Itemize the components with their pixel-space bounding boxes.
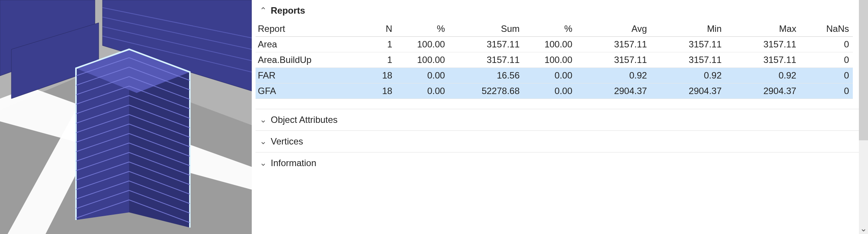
cell-avg: 0.92 — [576, 68, 651, 83]
col-report[interactable]: Report — [256, 21, 357, 37]
cell-report: FAR — [256, 68, 357, 83]
section-header-vertices[interactable]: ⌄ Vertices — [256, 131, 868, 152]
col-min[interactable]: Min — [651, 21, 726, 37]
cell-max: 3157.11 — [726, 52, 800, 68]
section-information: ⌄ Information — [256, 152, 868, 174]
col-sum[interactable]: Sum — [449, 21, 524, 37]
cell-min: 3157.11 — [651, 52, 726, 68]
selected-building — [76, 49, 190, 228]
col-pct2[interactable]: % — [524, 21, 576, 37]
cell-n: 1 — [357, 37, 396, 52]
section-title-information: Information — [271, 158, 316, 168]
chevron-down-icon: ⌄ — [258, 158, 268, 168]
cell-avg: 2904.37 — [576, 83, 651, 99]
cell-min: 2904.37 — [651, 83, 726, 99]
section-header-information[interactable]: ⌄ Information — [256, 152, 868, 174]
cell-report: Area.BuildUp — [256, 52, 357, 68]
cell-min: 3157.11 — [651, 37, 726, 52]
cell-nans: 0 — [800, 68, 853, 83]
section-title-object-attributes: Object Attributes — [271, 115, 338, 125]
cell-avg: 3157.11 — [576, 52, 651, 68]
chevron-down-icon: ⌄ — [258, 115, 268, 125]
cell-avg: 3157.11 — [576, 37, 651, 52]
section-header-object-attributes[interactable]: ⌄ Object Attributes — [256, 109, 868, 130]
chevron-up-icon: ⌃ — [258, 6, 268, 16]
cell-pct2: 100.00 — [524, 37, 576, 52]
table-row[interactable]: FAR180.0016.560.000.920.920.920 — [256, 68, 853, 83]
table-row[interactable]: GFA180.0052278.680.002904.372904.372904.… — [256, 83, 853, 99]
chevron-down-icon: ⌄ — [258, 137, 268, 146]
cell-pct1: 100.00 — [396, 37, 449, 52]
cell-pct1: 0.00 — [396, 68, 449, 83]
viewport-illustration — [0, 0, 252, 234]
cell-max: 0.92 — [726, 68, 800, 83]
section-reports: ⌃ Reports Report N % Sum % Avg Mi — [256, 0, 868, 109]
cell-max: 2904.37 — [726, 83, 800, 99]
col-nans[interactable]: NaNs — [800, 21, 853, 37]
cell-sum: 3157.11 — [449, 52, 524, 68]
cell-pct2: 100.00 — [524, 52, 576, 68]
cell-n: 1 — [357, 52, 396, 68]
section-title-vertices: Vertices — [271, 136, 303, 147]
cell-report: Area — [256, 37, 357, 52]
section-title-reports: Reports — [271, 5, 305, 16]
reports-header-row: Report N % Sum % Avg Min Max NaNs — [256, 21, 853, 37]
cell-max: 3157.11 — [726, 37, 800, 52]
cell-n: 18 — [357, 68, 396, 83]
cell-nans: 0 — [800, 37, 853, 52]
cell-sum: 52278.68 — [449, 83, 524, 99]
cell-report: GFA — [256, 83, 357, 99]
scroll-down-icon[interactable]: ⌄ — [859, 223, 868, 234]
reports-table: Report N % Sum % Avg Min Max NaNs Area11… — [256, 21, 853, 99]
cell-sum: 3157.11 — [449, 37, 524, 52]
cell-pct1: 100.00 — [396, 52, 449, 68]
cell-n: 18 — [357, 83, 396, 99]
col-pct1[interactable]: % — [396, 21, 449, 37]
section-object-attributes: ⌄ Object Attributes — [256, 109, 868, 131]
cell-pct2: 0.00 — [524, 83, 576, 99]
col-n[interactable]: N — [357, 21, 396, 37]
table-row[interactable]: Area.BuildUp1100.003157.11100.003157.113… — [256, 52, 853, 68]
cell-pct2: 0.00 — [524, 68, 576, 83]
viewport-3d[interactable] — [0, 0, 252, 234]
cell-nans: 0 — [800, 83, 853, 99]
cell-nans: 0 — [800, 52, 853, 68]
panel-scrollbar[interactable]: ⌄ — [859, 0, 868, 234]
table-row[interactable]: Area1100.003157.11100.003157.113157.1131… — [256, 37, 853, 52]
cell-min: 0.92 — [651, 68, 726, 83]
cell-sum: 16.56 — [449, 68, 524, 83]
inspector-panel: ⌃ Reports Report N % Sum % Avg Mi — [252, 0, 868, 234]
cell-pct1: 0.00 — [396, 83, 449, 99]
col-max[interactable]: Max — [726, 21, 800, 37]
panel-scrollbar-thumb[interactable] — [859, 0, 868, 140]
col-avg[interactable]: Avg — [576, 21, 651, 37]
section-vertices: ⌄ Vertices — [256, 131, 868, 152]
section-header-reports[interactable]: ⌃ Reports — [256, 0, 868, 21]
